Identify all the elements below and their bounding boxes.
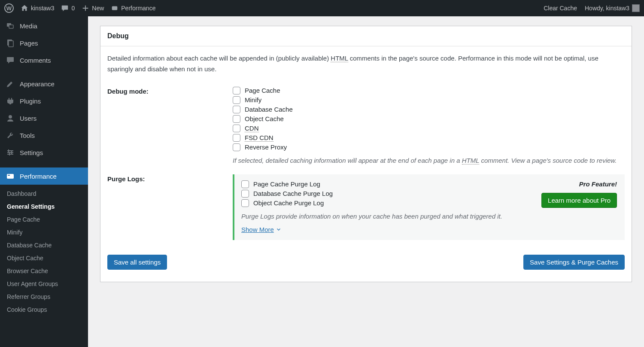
wordpress-icon: W	[4, 3, 14, 13]
appearance-icon	[6, 79, 15, 88]
pages-icon	[6, 39, 15, 47]
label-fsd-cdn: FSD CDN	[245, 134, 273, 141]
checkbox-minify[interactable]	[233, 96, 240, 104]
sidebar-item-comments[interactable]: Comments	[0, 52, 88, 69]
checkbox-database-purge-log[interactable]	[241, 190, 249, 198]
avatar	[632, 4, 640, 12]
site-link[interactable]: kinstaw3	[21, 4, 54, 12]
label-cdn: CDN	[245, 125, 259, 132]
card-description: Detailed information about each cache wi…	[107, 53, 625, 75]
submenu-database-cache[interactable]: Database Cache	[0, 239, 88, 252]
debug-card: Debug Detailed information about each ca…	[100, 26, 632, 282]
svg-rect-8	[7, 154, 13, 155]
card-header: Debug	[100, 26, 632, 46]
submenu-object-cache[interactable]: Object Cache	[0, 252, 88, 265]
purge-logs-row: Purge Logs: Page Cache Purge Log Databas…	[107, 174, 625, 240]
sidebar-item-performance[interactable]: Performance	[0, 167, 88, 185]
submenu-user-agent-groups[interactable]: User Agent Groups	[0, 277, 88, 290]
comments-link[interactable]: 0	[61, 4, 75, 12]
svg-rect-9	[8, 149, 9, 152]
content-area: Debug Detailed information about each ca…	[88, 16, 644, 347]
svg-rect-7	[7, 152, 13, 153]
sidebar-item-plugins[interactable]: Plugins	[0, 92, 88, 110]
chevron-down-icon	[276, 226, 282, 232]
label-database-purge-log: Database Cache Purge Log	[253, 190, 333, 197]
performance-icon	[111, 4, 118, 12]
comments-icon	[6, 56, 15, 64]
label-object-cache: Object Cache	[245, 115, 284, 122]
svg-rect-2	[9, 25, 13, 28]
show-more-link[interactable]: Show More	[241, 226, 282, 233]
pro-feature-badge: Pro Feature!	[531, 180, 617, 188]
sidebar-item-pages[interactable]: Pages	[0, 34, 88, 52]
submenu-general-settings[interactable]: General Settings	[0, 200, 88, 213]
settings-icon	[6, 148, 15, 157]
label-page-purge-log: Page Cache Purge Log	[253, 180, 320, 188]
clear-cache-link[interactable]: Clear Cache	[544, 5, 577, 12]
checkbox-object-purge-log[interactable]	[241, 199, 249, 207]
card-title: Debug	[107, 32, 625, 40]
debug-help: If selected, detailed caching informatio…	[233, 155, 625, 166]
submenu-browser-cache[interactable]: Browser Cache	[0, 265, 88, 277]
sidebar-item-settings[interactable]: Settings	[0, 144, 88, 161]
comment-count: 0	[71, 5, 75, 12]
plus-icon	[82, 4, 89, 12]
performance-link[interactable]: Performance	[111, 4, 155, 12]
svg-point-5	[9, 115, 12, 119]
submenu-dashboard[interactable]: Dashboard	[0, 187, 88, 200]
save-all-button[interactable]: Save all settings	[107, 255, 167, 270]
svg-rect-0	[112, 6, 118, 10]
debug-mode-label: Debug mode:	[107, 87, 220, 166]
save-purge-button[interactable]: Save Settings & Purge Caches	[523, 255, 625, 270]
svg-rect-4	[9, 41, 13, 47]
sidebar-item-appearance[interactable]: Appearance	[0, 75, 88, 92]
svg-rect-10	[11, 151, 12, 154]
svg-rect-11	[9, 153, 10, 155]
checkbox-database-cache[interactable]	[233, 106, 240, 113]
learn-more-button[interactable]: Learn more about Pro	[541, 193, 617, 208]
label-database-cache: Database Cache	[245, 106, 293, 113]
label-minify: Minify	[245, 96, 261, 103]
sidebar-item-media[interactable]: Media	[0, 17, 88, 34]
label-reverse-proxy: Reverse Proxy	[245, 143, 287, 151]
svg-rect-13	[8, 175, 10, 176]
admin-sidebar: Media Pages Comments Appearance Plugins …	[0, 16, 88, 347]
footer-actions: Save all settings Save Settings & Purge …	[107, 255, 625, 275]
checkbox-fsd-cdn[interactable]	[233, 134, 240, 142]
submenu-cookie-groups[interactable]: Cookie Groups	[0, 303, 88, 316]
new-link[interactable]: New	[82, 4, 104, 12]
wp-logo[interactable]: W	[4, 3, 14, 13]
comment-icon	[61, 4, 69, 12]
admin-bar: W kinstaw3 0 New Performance Clear Cache…	[0, 0, 644, 16]
howdy-text: Howdy, kinstaw3	[585, 5, 629, 12]
sidebar-item-users[interactable]: Users	[0, 110, 88, 127]
submenu-page-cache[interactable]: Page Cache	[0, 213, 88, 226]
checkbox-object-cache[interactable]	[233, 115, 240, 123]
label-object-purge-log: Object Cache Purge Log	[253, 199, 324, 207]
checkbox-page-cache[interactable]	[233, 87, 240, 94]
checkbox-page-purge-log[interactable]	[241, 180, 249, 188]
checkbox-reverse-proxy[interactable]	[233, 143, 240, 151]
media-icon	[6, 21, 15, 30]
users-icon	[6, 114, 15, 122]
home-icon	[21, 4, 28, 12]
debug-mode-row: Debug mode: Page Cache Minify Database C…	[107, 87, 625, 166]
performance-label: Performance	[121, 5, 155, 12]
pro-box: Page Cache Purge Log Database Cache Purg…	[233, 174, 625, 240]
purge-help: Purge Logs provide information on when y…	[241, 211, 522, 222]
svg-rect-12	[7, 174, 14, 179]
checkbox-cdn[interactable]	[233, 125, 240, 132]
submenu-minify[interactable]: Minify	[0, 226, 88, 239]
plugins-icon	[6, 97, 15, 105]
submenu-referrer-groups[interactable]: Referrer Groups	[0, 290, 88, 303]
label-page-cache: Page Cache	[245, 87, 280, 94]
performance-submenu: Dashboard General Settings Page Cache Mi…	[0, 185, 88, 320]
new-label: New	[92, 5, 104, 12]
purge-logs-label: Purge Logs:	[107, 174, 220, 240]
account-link[interactable]: Howdy, kinstaw3	[585, 4, 640, 12]
sidebar-item-tools[interactable]: Tools	[0, 127, 88, 144]
performance-menu-icon	[6, 172, 15, 180]
site-name: kinstaw3	[31, 5, 54, 12]
tools-icon	[6, 131, 15, 140]
